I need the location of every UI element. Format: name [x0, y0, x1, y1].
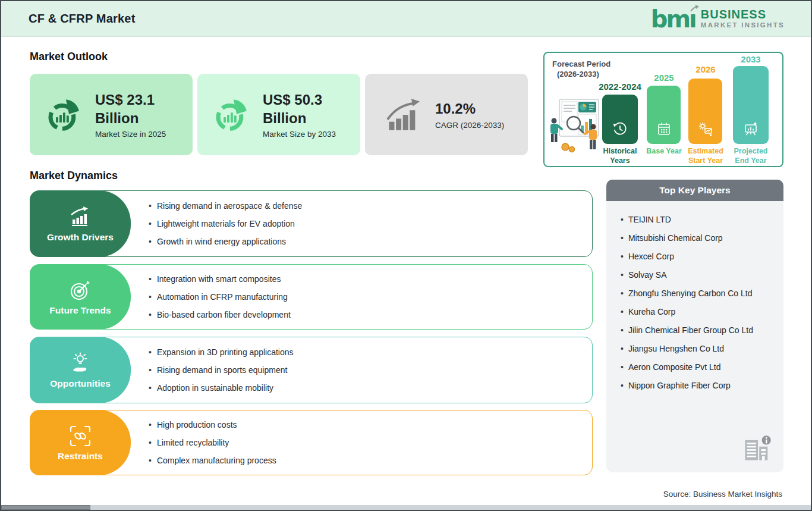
bullet-item: Rising demand in aerospace & defense [149, 197, 302, 215]
key-player-item: Jilin Chemical Fiber Group Co Ltd [621, 321, 778, 340]
infographic-page: CF & CFRP Market bmı BUSINESS MARKET INS… [0, 0, 812, 511]
key-player-item: Aeron Composite Pvt Ltd [621, 358, 778, 377]
cagr-label: CAGR (2026-2033) [435, 121, 504, 130]
bullet-item: Growth in wind energy applications [149, 233, 302, 250]
horizontal-scrollbar-thumb[interactable] [1, 505, 90, 510]
logo-arrow-icon [690, 5, 699, 12]
key-player-item: Mitsubishi Chemical Corp [621, 229, 778, 247]
opportunities-row: Opportunities Expansion in 3D printing a… [1, 337, 602, 403]
key-player-item: TEIJIN LTD [621, 211, 778, 229]
key-player-item: Solvay SA [621, 266, 778, 284]
calendar-icon [656, 121, 672, 137]
history-clock-icon [612, 121, 628, 137]
forecast-title-line2: (2026-2033) [557, 70, 599, 79]
market-dynamics-heading: Market Dynamics [30, 170, 118, 182]
market-size-2025-card: US$ 23.1 Billion Market Size in 2025 [30, 74, 193, 155]
logo-wordmark: BUSINESS MARKET INSIGHTS [701, 8, 785, 29]
growth-drivers-label: Growth Drivers [47, 232, 114, 243]
restraints-label: Restraints [58, 451, 103, 462]
growth-drivers-pill: Growth Drivers [30, 190, 131, 257]
bmi-logo-mark: bmı [651, 8, 695, 30]
cagr-card: 10.2% CAGR (2026-2033) [365, 74, 528, 155]
target-icon [68, 278, 92, 302]
forecast-bar-historical [602, 95, 638, 144]
chain-icon [68, 424, 92, 448]
forecast-year-historical: 2022-2024 [595, 81, 645, 92]
bullet-item: Integration with smart composites [149, 270, 291, 288]
market-size-2025-label: Market Size in 2025 [95, 130, 184, 139]
forecast-title-line1: Forecast Period [552, 59, 610, 68]
market-outlook-heading: Market Outlook [30, 51, 108, 63]
key-player-item: Zhongfu Shenying Carbon Co Ltd [621, 284, 778, 303]
forecast-bar-base [647, 86, 681, 144]
growth-drivers-row: Growth Drivers Rising demand in aerospac… [1, 190, 602, 257]
bmi-logo: bmı BUSINESS MARKET INSIGHTS [651, 8, 785, 30]
estimate-icon [698, 121, 713, 137]
presentation-icon [743, 121, 759, 137]
header-bar: CF & CFRP Market bmı BUSINESS MARKET INS… [1, 1, 811, 37]
future-trends-bullets: Integration with smart composites Automa… [149, 270, 291, 324]
bullet-item: Lightweight materials for EV adoption [149, 215, 302, 233]
restraints-pill: Restraints [30, 410, 131, 475]
top-key-players-panel: Top Key Players TEIJIN LTD Mitsubishi Ch… [606, 180, 783, 472]
bullet-item: Bio-based carbon fiber development [149, 306, 291, 324]
growth-drivers-bullets: Rising demand in aerospace & defense Lig… [149, 197, 302, 250]
market-size-2033-value: US$ 50.3 Billion [263, 90, 352, 127]
forecast-year-end: 2033 [726, 54, 776, 64]
cagr-value: 10.2% [435, 99, 504, 118]
opportunities-label: Opportunities [50, 378, 111, 389]
card-text: 10.2% CAGR (2026-2033) [435, 99, 504, 129]
growth-chart-icon [68, 205, 92, 229]
bulb-hand-icon [68, 352, 92, 375]
future-trends-pill: Future Trends [30, 264, 131, 330]
bullet-item: High production costs [149, 416, 276, 434]
card-text: US$ 23.1 Billion Market Size in 2025 [95, 90, 184, 139]
forecast-label-start: Estimated Start Year [681, 147, 731, 165]
top-key-players-body: TEIJIN LTD Mitsubishi Chemical Corp Hexc… [606, 201, 783, 472]
bullet-item: Expansion in 3D printing applications [149, 343, 294, 361]
growth-arrow-icon [385, 96, 422, 133]
key-player-item: Jiangsu Hengshen Co Ltd [621, 340, 778, 358]
donut-bars-icon [45, 96, 82, 133]
forecast-bar-start [688, 79, 722, 144]
building-info-icon [742, 433, 773, 464]
logo-mark-letters: bm [651, 5, 689, 33]
logo-line2: MARKET INSIGHTS [701, 22, 785, 29]
forecast-label-historical: Historical Years [595, 147, 645, 165]
market-size-2033-label: Market Size by 2033 [263, 130, 352, 139]
forecast-period-panel: Forecast Period (2026-2033) [543, 52, 783, 167]
bullet-item: Automation in CFRP manufacturing [149, 288, 291, 306]
market-size-2025-value: US$ 23.1 Billion [95, 90, 184, 127]
market-size-2033-card: US$ 50.3 Billion Market Size by 2033 [197, 74, 360, 155]
source-note: Source: Business Market Insights [663, 490, 782, 499]
restraints-bullets: High production costs Limited recyclabil… [149, 416, 276, 469]
restraints-row: Restraints High production costs Limited… [1, 410, 602, 475]
top-key-players-heading: Top Key Players [606, 180, 783, 201]
future-trends-row: Future Trends Integration with smart com… [1, 264, 602, 330]
opportunities-bullets: Expansion in 3D printing applications Ri… [149, 343, 294, 397]
bullet-item: Adoption in sustainable mobility [149, 379, 294, 397]
horizontal-scrollbar-track[interactable] [1, 505, 811, 510]
key-players-list: TEIJIN LTD Mitsubishi Chemical Corp Hexc… [606, 201, 783, 395]
key-player-item: Nippon Graphite Fiber Corp [621, 377, 778, 395]
logo-line1: BUSINESS [701, 8, 785, 20]
bullet-item: Complex manufacturing process [149, 452, 276, 469]
card-text: US$ 50.3 Billion Market Size by 2033 [263, 90, 352, 139]
key-player-item: Hexcel Corp [621, 247, 778, 266]
donut-bars-icon [213, 96, 250, 133]
forecast-year-start: 2026 [681, 64, 731, 74]
future-trends-label: Future Trends [49, 305, 111, 316]
bullet-item: Rising demand in sports equipment [149, 361, 294, 379]
opportunities-pill: Opportunities [30, 337, 131, 403]
bullet-item: Limited recyclability [149, 434, 276, 452]
forecast-bar-end [733, 66, 769, 144]
key-player-item: Kureha Corp [621, 303, 778, 321]
forecast-label-end: Projected End Year [726, 147, 776, 165]
page-title: CF & CFRP Market [29, 12, 136, 26]
